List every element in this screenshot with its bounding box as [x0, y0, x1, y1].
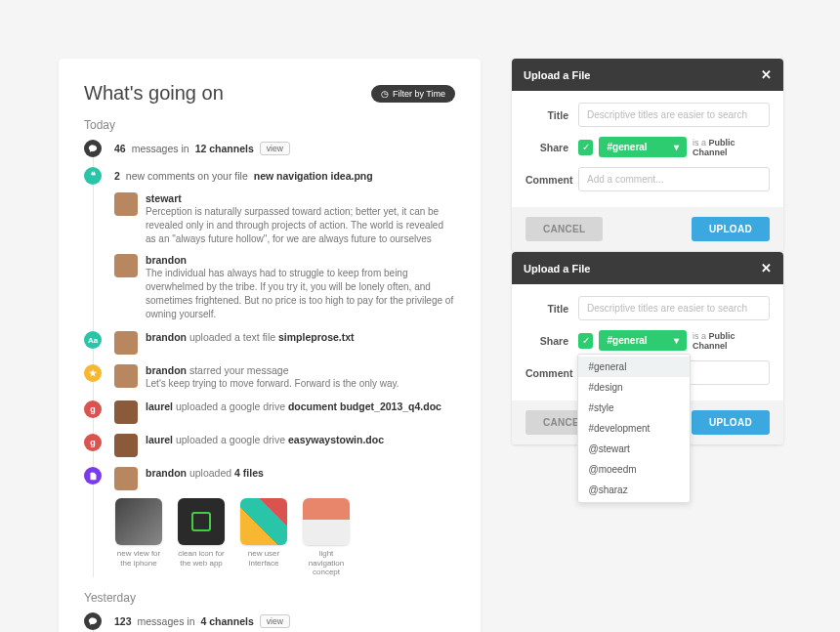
file-name: simpleprose.txt [278, 331, 355, 343]
share-hint: is a Public Channel [693, 138, 770, 157]
dropdown-item[interactable]: @sharaz [578, 480, 690, 500]
filter-label: Filter by Time [393, 89, 445, 99]
dropdown-item[interactable]: @stewart [578, 439, 690, 459]
close-icon[interactable]: ✕ [761, 67, 772, 82]
title-label: Title [525, 109, 578, 121]
comment-count: 2 [114, 170, 120, 182]
chat-icon [84, 612, 102, 630]
file-count: 4 files [234, 467, 264, 479]
username: brandon [146, 254, 455, 266]
file-card[interactable]: light navigation concept [302, 498, 351, 577]
quote-icon: ❝ [84, 167, 102, 185]
file-card[interactable]: new view for the iphone [114, 498, 163, 577]
multi-upload-item: brandon uploaded 4 files new view for th… [93, 467, 455, 577]
upload-modal: Upload a File ✕ Title Share ✓ #general ▾… [512, 59, 783, 251]
action-text: starred your message [189, 364, 289, 376]
msg-label: messages in [132, 143, 189, 154]
username: brandon [146, 331, 187, 343]
avatar [114, 434, 138, 457]
channel-count: 12 channels [195, 143, 254, 154]
share-hint: is a Public Channel [693, 331, 770, 351]
dropdown-item[interactable]: #general [578, 357, 690, 377]
activity-panel: What's going on ◷ Filter by Time Today 4… [59, 59, 481, 632]
title-input[interactable] [578, 103, 770, 127]
clock-icon: ◷ [381, 89, 389, 99]
file-caption: new user interface [239, 549, 288, 568]
dropdown-item[interactable]: @moeedm [578, 459, 690, 480]
share-label: Share [525, 142, 578, 153]
file-card[interactable]: clean icon for the web app [177, 498, 226, 577]
channel-select[interactable]: #general ▾ #general #design #style #deve… [599, 330, 687, 351]
avatar [114, 254, 138, 277]
file-card[interactable]: new user interface [239, 498, 288, 577]
modal-header: Upload a File ✕ [512, 59, 783, 91]
timeline-yesterday: 123 messages in 4 channels view [93, 612, 455, 632]
username: brandon [146, 364, 187, 376]
title-input[interactable] [578, 296, 770, 320]
upload-button[interactable]: UPLOAD [692, 410, 770, 435]
view-button[interactable]: view [260, 142, 290, 155]
comment-file: new navigation idea.png [254, 170, 373, 182]
file-thumb [240, 498, 287, 545]
avatar [114, 331, 138, 355]
username: stewart [146, 192, 455, 204]
comment-label: Comment [525, 174, 578, 186]
msg-label: messages in [138, 615, 195, 627]
share-checkbox[interactable]: ✓ [578, 140, 593, 155]
view-button[interactable]: view [260, 614, 290, 628]
comment-label: Comment [525, 367, 578, 379]
avatar [114, 364, 138, 388]
action-text: uploaded a google drive [176, 400, 285, 412]
star-icon: ★ [84, 364, 102, 382]
action-text: uploaded [189, 467, 231, 479]
modal-title: Upload a File [524, 69, 590, 81]
comment-text: The individual has always had to struggl… [146, 267, 455, 321]
upload-modal-open: Upload a File ✕ Title Share ✓ #general ▾… [512, 252, 783, 444]
filter-by-time-button[interactable]: ◷ Filter by Time [371, 85, 455, 103]
summary-item: 46 messages in 12 channels view [93, 140, 455, 157]
google-icon: g [84, 400, 102, 418]
msg-count: 123 [114, 615, 132, 627]
channel-value: #general [607, 335, 647, 346]
file-thumb [115, 498, 162, 545]
avatar [114, 467, 138, 490]
comment-row: stewart Perception is naturally surpasse… [114, 192, 455, 246]
comment-text: Perception is naturally surpassed toward… [146, 205, 455, 246]
upload-button[interactable]: UPLOAD [692, 217, 770, 241]
chat-icon [84, 140, 102, 157]
avatar [114, 192, 138, 216]
page-title: What's going on [84, 82, 224, 105]
modal-title: Upload a File [524, 263, 590, 274]
section-yesterday: Yesterday [84, 591, 455, 605]
google-icon: g [84, 434, 102, 451]
file-caption: light navigation concept [302, 549, 351, 577]
gdrive-item: g laurel uploaded a google drive documen… [93, 400, 455, 424]
text-upload-item: Aa brandon uploaded a text file simplepr… [93, 331, 455, 355]
dropdown-item[interactable]: #development [578, 418, 690, 439]
share-checkbox[interactable]: ✓ [578, 333, 593, 349]
text-icon: Aa [84, 331, 102, 349]
action-text: uploaded a text file [189, 331, 275, 343]
dropdown-item[interactable]: #design [578, 377, 690, 398]
username: brandon [146, 467, 187, 479]
file-caption: new view for the iphone [114, 549, 163, 568]
file-name: easywaystowin.doc [288, 434, 384, 445]
cancel-button[interactable]: CANCEL [525, 217, 603, 241]
msg-count: 46 [114, 143, 126, 154]
chevron-down-icon: ▾ [674, 335, 679, 346]
username: laurel [146, 434, 173, 445]
channel-count: 4 channels [200, 615, 253, 627]
doc-type: document [288, 400, 337, 412]
chevron-down-icon: ▾ [674, 142, 679, 152]
comment-input[interactable] [578, 167, 770, 191]
close-icon[interactable]: ✕ [761, 261, 772, 275]
panel-header: What's going on ◷ Filter by Time [84, 82, 455, 105]
dropdown-item[interactable]: #style [578, 398, 690, 418]
channel-select[interactable]: #general ▾ [599, 137, 687, 157]
username: laurel [146, 400, 173, 412]
starred-quote: Let's keep trying to move forward. Forwa… [146, 377, 455, 391]
file-comments-item: ❝ 2 new comments on your file new naviga… [93, 167, 455, 321]
share-label: Share [525, 335, 578, 347]
section-today: Today [84, 118, 455, 132]
title-label: Title [525, 303, 578, 315]
